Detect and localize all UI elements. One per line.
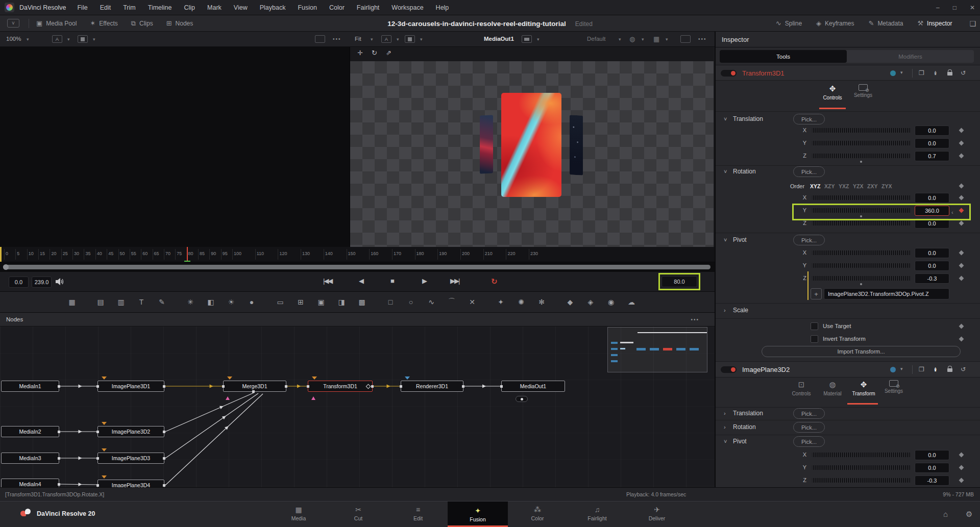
pin-icon-active[interactable]: ✒ (932, 367, 939, 372)
pick-button[interactable]: Pick... (793, 235, 825, 245)
node-mediaout1[interactable]: MediaOut1 (501, 381, 565, 392)
ip-pivot-x-slider[interactable] (811, 451, 912, 458)
timeline-ruler[interactable]: 0510152025303540455055606570758085909510… (0, 247, 715, 262)
page-tab-cut[interactable]: ✂Cut (328, 501, 388, 525)
collapse-icon[interactable]: ˅ (724, 116, 727, 122)
translation-x-value-field[interactable]: 0.0 (915, 126, 949, 136)
pick-button[interactable]: Pick... (793, 436, 825, 447)
single-view-icon[interactable] (680, 35, 691, 43)
ip-pivot-z-slider[interactable] (811, 477, 912, 484)
lighting-icon[interactable]: ◍ (629, 35, 635, 43)
node-imageplane3d4[interactable]: ImagePlane3D4 (97, 480, 164, 487)
menu-item-playback[interactable]: Playback (260, 4, 286, 11)
tab-tools[interactable]: Tools (720, 50, 847, 63)
grid-icon[interactable]: ▦ (653, 35, 659, 43)
keyframe-diamond-icon[interactable] (959, 250, 964, 256)
timeline-scrollbar[interactable] (0, 262, 715, 272)
fx-tool-icon[interactable]: ✎ (155, 298, 168, 306)
rotation-x-slider[interactable] (811, 194, 912, 201)
overlay-a-button[interactable]: A (52, 35, 62, 43)
menu-item-fusion[interactable]: Fusion (298, 4, 317, 11)
app-menu[interactable]: DaVinci Resolve (19, 4, 66, 11)
scale-tool-icon[interactable]: ⇗ (386, 49, 391, 57)
page-tab-fairlight[interactable]: ♫Fairlight (567, 501, 627, 525)
fx-tool-icon[interactable]: ● (245, 298, 258, 306)
versions-icon[interactable]: ❐ (919, 69, 924, 77)
loop-button[interactable]: ↻ (491, 277, 498, 286)
minimize-icon[interactable]: – (936, 4, 940, 11)
versions-icon[interactable]: ❐ (919, 366, 924, 373)
menu-item-fairlight[interactable]: Fairlight (357, 4, 379, 11)
menu-item-help[interactable]: Help (436, 4, 449, 11)
chevron-down-icon[interactable]: ▾ (371, 37, 373, 42)
fx-tool-icon[interactable]: ◧ (204, 298, 217, 306)
speaker-icon[interactable] (55, 278, 64, 286)
chevron-down-icon[interactable]: ▾ (67, 37, 70, 42)
fx-tool-icon[interactable]: ⊞ (294, 298, 307, 306)
keyframe-diamond-icon[interactable] (959, 465, 964, 470)
pan-tool-icon[interactable]: ✛ (357, 49, 363, 57)
fx-tool-icon[interactable]: ✕ (465, 298, 479, 306)
fx-tool-icon[interactable]: ✻ (535, 298, 548, 306)
chevron-down-icon[interactable]: ▾ (642, 37, 644, 42)
single-view-icon[interactable] (315, 35, 325, 43)
fx-tool-icon[interactable]: ▭ (274, 298, 287, 306)
input-port[interactable] (96, 385, 99, 388)
menu-item-mark[interactable]: Mark (207, 4, 222, 11)
output-port[interactable] (371, 385, 374, 388)
play-reverse-button[interactable]: ◀ (359, 277, 363, 285)
translation-z-value-field[interactable]: 0.7 (915, 151, 949, 161)
output-port[interactable] (58, 431, 60, 433)
collapse-icon[interactable]: ˅ (724, 237, 727, 243)
ip-pivot-y-value-field[interactable]: 0.0 (915, 463, 949, 473)
keyframe-diamond-icon[interactable] (959, 221, 964, 226)
viewer-options-icon[interactable]: ••• (333, 36, 341, 42)
pivot-y-slider[interactable] (811, 262, 912, 269)
fx-tool-icon[interactable]: ☀ (225, 298, 238, 306)
keyframe-diamond-icon[interactable] (959, 141, 964, 146)
chevron-down-icon[interactable]: ▾ (27, 37, 29, 42)
chevron-down-icon[interactable]: ▾ (93, 37, 95, 42)
fx-tool-icon[interactable]: ∿ (425, 298, 438, 306)
keyframe-diamond-icon[interactable] (959, 154, 964, 159)
page-tab-edit[interactable]: ≡Edit (388, 501, 448, 525)
overlay-a-button[interactable]: A (381, 35, 391, 43)
current-frame-field[interactable]: 80.0 (662, 276, 697, 287)
chevron-down-icon[interactable]: ▾ (900, 366, 903, 371)
display-mode-button[interactable] (405, 35, 415, 43)
rotation-order-zxy[interactable]: ZXY (867, 183, 877, 189)
pin-icon[interactable]: ✒ (932, 70, 939, 76)
fx-tool-icon[interactable]: ✳ (184, 298, 197, 306)
ip-pivot-x-value-field[interactable]: 0.0 (915, 450, 949, 460)
maximize-icon[interactable]: □ (953, 4, 957, 11)
output-port[interactable] (58, 457, 60, 460)
invert-transform-checkbox[interactable] (811, 335, 818, 343)
range-in-field[interactable]: 0.0 (9, 277, 29, 288)
translation-z-slider[interactable] (811, 153, 912, 159)
menu-item-view[interactable]: View (234, 4, 248, 11)
pick-button[interactable]: Pick... (793, 166, 825, 177)
node-enable-toggle[interactable] (721, 366, 737, 373)
menu-item-clip[interactable]: Clip (184, 4, 195, 11)
input-port[interactable] (96, 484, 99, 487)
keyframe-diamond-icon[interactable] (959, 128, 964, 133)
translation-x-slider[interactable] (811, 127, 912, 134)
node-renderer3d1[interactable]: Renderer3D1 (401, 381, 463, 392)
scrollbar-track[interactable] (3, 265, 710, 269)
input-port[interactable] (96, 431, 99, 433)
toolbar-item-nodes[interactable]: ⊞Nodes (166, 19, 193, 27)
pick-button[interactable]: Pick... (793, 114, 825, 124)
playhead[interactable] (187, 247, 188, 262)
pivot-x-value-field[interactable]: 0.0 (915, 248, 949, 258)
toolbar-item-keyframes[interactable]: ◈Keyframes (816, 19, 854, 27)
expand-icon[interactable]: › (724, 410, 726, 416)
toolbar-item-metadata[interactable]: ✎Metadata (868, 19, 903, 27)
stereo-icon[interactable] (522, 35, 532, 43)
pick-button[interactable]: Pick... (793, 408, 825, 419)
chevron-down-icon[interactable]: ▾ (420, 37, 423, 42)
version-dot[interactable] (890, 70, 896, 76)
fx-tool-icon[interactable]: T (135, 298, 148, 306)
pivot-z-slider[interactable] (811, 275, 912, 282)
page-tab-color[interactable]: ⁂Color (507, 501, 568, 525)
node-header-imageplane3d2[interactable]: ImagePlane3D2 ▾ ❐ ✒ ↺ (716, 361, 980, 378)
